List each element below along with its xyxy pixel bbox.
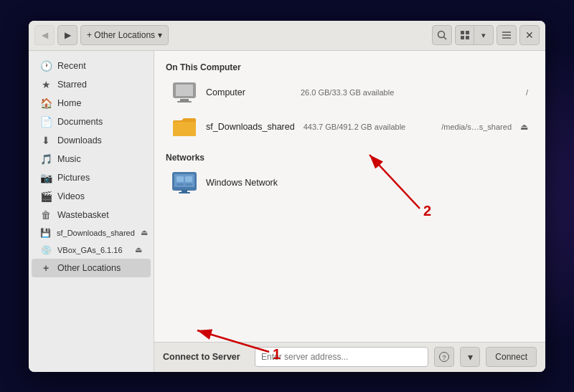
sidebar-item-label: Recent: [57, 61, 86, 71]
sf-downloads-name: sf_Downloads_shared: [206, 122, 295, 132]
svg-rect-4: [461, 36, 464, 39]
connect-button[interactable]: Connect: [486, 347, 537, 367]
sidebar-item-downloads[interactable]: ⬇ Downloads: [32, 131, 151, 150]
content-pane: On This Computer Computer 26.: [154, 51, 545, 342]
menu-button[interactable]: [497, 25, 517, 45]
svg-rect-18: [177, 176, 184, 182]
eject-sf-downloads-content-button[interactable]: ⏏: [520, 122, 528, 132]
sidebar-item-other-locations[interactable]: + Other Locations: [32, 259, 151, 277]
computer-name: Computer: [206, 87, 292, 97]
svg-rect-13: [173, 122, 196, 136]
sf-downloads-folder-icon: [171, 114, 197, 140]
svg-text:?: ?: [443, 354, 446, 361]
content-pane-wrapper: On This Computer Computer 26.: [154, 51, 545, 372]
view-toggle: ▾: [455, 25, 494, 45]
sidebar-item-label: Videos: [57, 191, 85, 201]
sidebar-item-label: Other Locations: [57, 263, 121, 273]
svg-rect-11: [180, 99, 189, 101]
search-icon: [437, 30, 447, 40]
sidebar-item-label: sf_Downloads_shared: [57, 229, 135, 237]
sf-downloads-storage: 443.7 GB/491.2 GB available: [304, 123, 427, 131]
svg-rect-16: [182, 190, 187, 192]
computer-icon: [171, 80, 197, 105]
pictures-icon: 📷: [40, 172, 52, 183]
sidebar-item-documents[interactable]: 📄 Documents: [32, 113, 151, 131]
close-button[interactable]: ✕: [519, 25, 540, 45]
svg-rect-17: [179, 192, 190, 193]
search-button[interactable]: [432, 25, 452, 45]
file-manager-window: ◀ ▶ + Other Locations ▾: [29, 21, 545, 372]
svg-rect-10: [176, 85, 193, 96]
sf-downloads-row[interactable]: sf_Downloads_shared 443.7 GB/491.2 GB av…: [166, 110, 534, 144]
svg-line-1: [444, 37, 447, 40]
networks-header: Networks: [166, 153, 534, 163]
sidebar-item-label: Downloads: [57, 135, 102, 145]
server-address-input[interactable]: [255, 347, 428, 367]
sf-downloads-path: /media/s…s_shared: [441, 123, 512, 131]
sidebar-item-recent[interactable]: 🕐 Recent: [32, 57, 151, 75]
svg-rect-20: [177, 183, 184, 186]
server-help-button[interactable]: ?: [434, 347, 454, 367]
new-location-button[interactable]: + Other Locations ▾: [80, 25, 169, 45]
windows-network-icon: [171, 170, 197, 196]
sidebar-item-label: Starred: [57, 80, 87, 90]
hamburger-icon: [502, 31, 512, 39]
music-icon: 🎵: [40, 153, 52, 165]
sidebar-item-wastebasket[interactable]: 🗑 Wastebasket: [32, 206, 151, 224]
svg-rect-3: [466, 31, 469, 34]
wastebasket-icon: 🗑: [40, 209, 52, 221]
sidebar-item-vbox[interactable]: 💿 VBox_GAs_6.1.16 ⏏: [32, 242, 151, 259]
documents-icon: 📄: [40, 116, 52, 128]
connect-to-server-label: Connect to Server: [163, 352, 249, 362]
main-area: 🕐 Recent ★ Starred 🏠 Home 📄 Documents ⬇ …: [29, 51, 545, 372]
computer-storage: 26.0 GB/33.3 GB available: [301, 88, 512, 97]
sidebar-item-label: Music: [57, 154, 81, 164]
windows-network-row[interactable]: Windows Network: [166, 166, 534, 200]
on-this-computer-header: On This Computer: [166, 62, 534, 72]
forward-button[interactable]: ▶: [57, 25, 77, 45]
grid-icon: [461, 31, 469, 39]
downloads-icon: ⬇: [40, 135, 52, 146]
toolbar: ◀ ▶ + Other Locations ▾: [29, 21, 545, 51]
videos-icon: 🎬: [40, 191, 52, 202]
help-icon: ?: [439, 352, 449, 362]
computer-path: /: [526, 88, 528, 97]
computer-row[interactable]: Computer 26.0 GB/33.3 GB available /: [166, 75, 534, 110]
svg-rect-5: [466, 36, 469, 39]
eject-sf-downloads-button[interactable]: ⏏: [141, 228, 148, 237]
svg-rect-12: [177, 101, 192, 102]
svg-point-0: [438, 32, 445, 38]
sidebar-item-label: VBox_GAs_6.1.16: [57, 246, 123, 254]
sidebar-item-label: Documents: [57, 117, 103, 127]
sidebar: 🕐 Recent ★ Starred 🏠 Home 📄 Documents ⬇ …: [29, 51, 154, 372]
back-button[interactable]: ◀: [34, 25, 55, 45]
star-icon: ★: [40, 79, 52, 90]
sidebar-item-home[interactable]: 🏠 Home: [32, 94, 151, 113]
windows-network-name: Windows Network: [206, 178, 292, 188]
svg-rect-19: [185, 176, 192, 182]
grid-view-button[interactable]: [456, 25, 474, 45]
sidebar-item-pictures[interactable]: 📷 Pictures: [32, 168, 151, 187]
sidebar-item-label: Pictures: [57, 173, 90, 183]
sidebar-item-music[interactable]: 🎵 Music: [32, 150, 151, 168]
content-scroll: On This Computer Computer 26.: [154, 51, 545, 342]
svg-rect-2: [461, 31, 464, 34]
sidebar-item-starred[interactable]: ★ Starred: [32, 75, 151, 94]
bottom-bar: Connect to Server ? ▾ Connect: [154, 342, 545, 372]
recent-icon: 🕐: [40, 60, 52, 72]
view-dropdown-button[interactable]: ▾: [474, 25, 493, 45]
dropdown-icon: ▾: [158, 30, 162, 40]
home-icon: 🏠: [40, 97, 52, 109]
sidebar-item-videos[interactable]: 🎬 Videos: [32, 187, 151, 206]
disc-icon: 💿: [40, 245, 52, 255]
drive-icon: 💾: [40, 228, 51, 238]
svg-rect-21: [185, 183, 192, 186]
eject-vbox-button[interactable]: ⏏: [135, 245, 142, 254]
other-locations-icon: +: [40, 262, 52, 274]
sidebar-item-label: Wastebasket: [57, 210, 109, 220]
server-dropdown-button[interactable]: ▾: [460, 347, 480, 367]
sidebar-item-sf-downloads[interactable]: 💾 sf_Downloads_shared ⏏: [32, 224, 151, 242]
sidebar-item-label: Home: [57, 98, 81, 108]
